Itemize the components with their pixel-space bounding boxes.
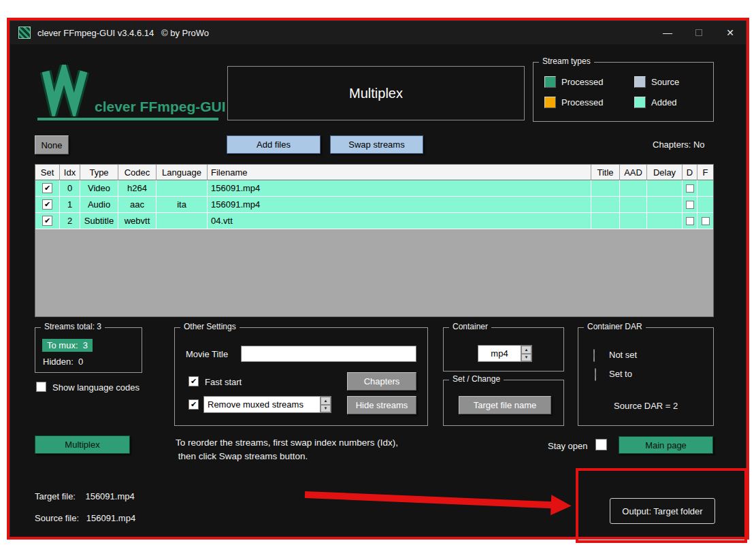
dar-set-to-radio[interactable]: [595, 368, 596, 381]
show-language-codes-label: Show language codes: [52, 382, 139, 393]
source-swatch-icon: [634, 76, 646, 88]
movie-title-label: Movie Title: [186, 349, 228, 359]
col-delay[interactable]: Delay: [647, 165, 683, 180]
remove-muxed-streams-select[interactable]: Remove muxed streams ▲ ▼: [203, 396, 331, 413]
dar-not-set-radio[interactable]: [593, 349, 595, 362]
container-title: Container: [449, 322, 491, 331]
target-file-text: Target file: 156091.mp4: [35, 491, 135, 501]
table-row-subtitle[interactable]: ✔ 2 Subtitle webvtt 04.vtt: [35, 213, 713, 229]
app-logo: clever FFmpeg-GUI: [37, 63, 218, 120]
logo-mark-icon: [37, 65, 91, 116]
show-language-codes-checkbox[interactable]: [36, 382, 46, 392]
legend-item-processed-green: Processed: [544, 76, 634, 88]
set-change-group: Set / Change Target file name: [443, 380, 564, 426]
streams-total-title: Streams total: 3: [41, 322, 105, 331]
stay-open-checkbox[interactable]: [595, 439, 607, 450]
d-checkbox[interactable]: [686, 217, 694, 225]
processed-orange-swatch-icon: [544, 97, 556, 108]
table-header-row: Set Idx Type Codec Language Filename Tit…: [35, 165, 713, 180]
chapters-button[interactable]: Chapters: [347, 372, 416, 391]
container-format-spin: ▲ ▼: [521, 346, 531, 361]
titlebar: clever FFmpeg-GUI v3.4.6.14 © by ProWo —…: [10, 21, 746, 44]
streams-table: Set Idx Type Codec Language Filename Tit…: [35, 164, 714, 317]
reorder-instructions: To reorder the streams, first swap index…: [176, 436, 398, 463]
minimize-icon: —: [663, 27, 672, 38]
col-set[interactable]: Set: [35, 165, 60, 180]
spin-up-icon[interactable]: ▲: [521, 346, 531, 354]
source-dar-value: Source DAR = 2: [614, 401, 678, 411]
output-target-folder-button[interactable]: Output: Target folder: [610, 498, 715, 524]
chapters-status: Chapters: No: [653, 139, 705, 150]
container-group: Container mp4 ▲ ▼: [443, 327, 564, 371]
legend-item-processed-orange: Processed: [544, 97, 634, 108]
stream-types-group: Stream types Processed Source Processed …: [533, 62, 714, 122]
to-mux-badge: To mux: 3: [42, 339, 93, 352]
table-row-video[interactable]: ✔ 0 Video h264 156091.mp4: [35, 180, 713, 197]
window-title: clever FFmpeg-GUI v3.4.6.14 © by ProWo: [37, 28, 209, 38]
window-content: clever FFmpeg-GUI Multiplex Stream types…: [10, 44, 747, 538]
stay-open-label: Stay open: [548, 441, 588, 451]
dar-set-to-label: Set to: [609, 369, 632, 379]
col-aad[interactable]: AAD: [620, 165, 647, 180]
legend-item-added: Added: [634, 97, 704, 108]
container-format-spinner[interactable]: mp4 ▲ ▼: [478, 345, 532, 362]
stream-types-title: Stream types: [539, 56, 594, 66]
d-checkbox[interactable]: [686, 184, 694, 193]
logo-text: clever FFmpeg-GUI: [95, 99, 226, 115]
col-d[interactable]: D: [683, 165, 697, 180]
none-button[interactable]: None: [35, 135, 69, 154]
minimize-button[interactable]: —: [652, 21, 683, 44]
f-checkbox[interactable]: [702, 217, 710, 225]
container-dar-group: Container DAR Not set Set to Source DAR …: [578, 327, 714, 426]
col-f[interactable]: F: [697, 165, 713, 180]
added-swatch-icon: [634, 97, 646, 108]
app-window: clever FFmpeg-GUI v3.4.6.14 © by ProWo —…: [10, 20, 746, 538]
page-title-box: Multiplex: [227, 66, 525, 120]
set-checkbox[interactable]: ✔: [42, 216, 52, 226]
col-type[interactable]: Type: [80, 165, 118, 180]
streams-total-group: Streams total: 3 To mux: 3 Hidden: 0: [35, 327, 142, 373]
remove-muxed-checkbox[interactable]: ✔: [188, 399, 199, 410]
fast-start-label: Fast start: [205, 377, 242, 387]
source-file-text: Source file: 156091.mp4: [35, 513, 135, 523]
page-title: Multiplex: [349, 86, 403, 101]
col-title[interactable]: Title: [591, 165, 620, 180]
main-page-button[interactable]: Main page: [619, 436, 713, 454]
col-codec[interactable]: Codec: [118, 165, 157, 180]
remove-muxed-spinner: ▲ ▼: [320, 397, 331, 412]
d-checkbox[interactable]: [686, 201, 694, 209]
swap-streams-button[interactable]: Swap streams: [330, 135, 423, 154]
table-row-audio[interactable]: ✔ 1 Audio aac ita 156091.mp4: [35, 197, 713, 213]
spin-up-icon[interactable]: ▲: [321, 397, 331, 405]
hide-streams-button[interactable]: Hide streams: [347, 396, 416, 414]
close-icon: ✕: [726, 27, 734, 38]
container-dar-title: Container DAR: [584, 322, 646, 331]
processed-green-swatch-icon: [544, 76, 556, 88]
maximize-button[interactable]: [683, 21, 714, 44]
maximize-icon: [695, 29, 702, 36]
fast-start-checkbox[interactable]: ✔: [188, 376, 199, 386]
other-settings-group: Other Settings Movie Title ✔ Fast start …: [174, 327, 428, 426]
spin-down-icon[interactable]: ▼: [321, 405, 331, 413]
movie-title-input[interactable]: [241, 346, 416, 362]
col-language[interactable]: Language: [157, 165, 208, 180]
dar-not-set-label: Not set: [609, 350, 637, 360]
set-checkbox[interactable]: ✔: [42, 183, 52, 193]
add-files-button[interactable]: Add files: [227, 135, 321, 154]
table-empty-area: [35, 229, 713, 316]
other-settings-title: Other Settings: [180, 322, 240, 331]
legend-item-source: Source: [634, 76, 704, 88]
target-file-name-button[interactable]: Target file name: [459, 396, 551, 414]
set-checkbox[interactable]: ✔: [42, 199, 52, 210]
set-change-title: Set / Change: [449, 374, 504, 384]
col-idx[interactable]: Idx: [60, 165, 80, 180]
spin-down-icon[interactable]: ▼: [521, 354, 531, 362]
col-filename[interactable]: Filename: [208, 165, 591, 180]
multiplex-button[interactable]: Multiplex: [35, 435, 130, 454]
hidden-count: Hidden: 0: [43, 357, 83, 367]
close-button[interactable]: ✕: [714, 21, 746, 44]
app-icon: [18, 27, 31, 39]
